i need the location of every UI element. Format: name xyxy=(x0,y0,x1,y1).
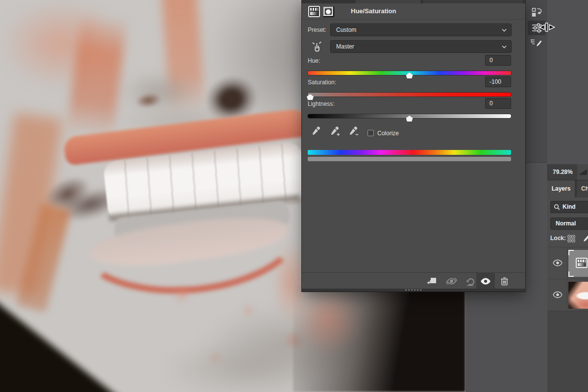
search-icon xyxy=(554,204,561,211)
brush-settings-icon[interactable] xyxy=(531,37,542,49)
saturation-value-field[interactable]: -100 xyxy=(485,76,511,87)
reset-icon[interactable] xyxy=(463,273,478,289)
photo-neck-speckles xyxy=(293,286,362,354)
status-info-area xyxy=(577,164,588,180)
lock-pixels-brush-icon[interactable] xyxy=(580,234,588,244)
delete-trash-icon[interactable] xyxy=(497,273,512,289)
preset-dropdown[interactable]: Custom xyxy=(330,24,512,36)
view-previous-state-icon[interactable] xyxy=(444,273,459,289)
hue-label: Hue: xyxy=(308,57,320,64)
adjustment-controls-icon-gradient xyxy=(310,12,318,15)
masks-icon-circle xyxy=(326,9,331,14)
saturation-slider-track[interactable] xyxy=(308,93,511,97)
adjustments-icon[interactable] xyxy=(528,21,546,35)
properties-panel: Hue/Saturation Preset: Custom Master xyxy=(302,0,525,292)
photoshop-workspace: Hue/Saturation Preset: Custom Master xyxy=(0,0,588,392)
saturation-label: Saturation: xyxy=(308,79,336,86)
clip-to-layer-icon[interactable] xyxy=(424,273,439,289)
photo-layer-thumbnail[interactable] xyxy=(568,282,588,309)
hue-value-field[interactable]: 0 xyxy=(485,55,511,66)
lightness-slider-thumb[interactable] xyxy=(406,116,413,122)
hue-slider-track[interactable] xyxy=(308,71,511,75)
channel-dropdown[interactable]: Master xyxy=(330,40,512,53)
chevron-down-icon xyxy=(502,28,507,32)
eyedropper-plus-icon[interactable] xyxy=(329,125,341,138)
zoom-level-field[interactable]: 79.28% xyxy=(553,164,573,180)
tab-layers[interactable]: Layers xyxy=(547,180,575,197)
swatch-circle-icon[interactable] xyxy=(532,0,541,6)
adjustment-layer-thumbnail[interactable] xyxy=(568,250,588,277)
history-icon[interactable] xyxy=(531,6,542,18)
lightness-label: Lightness: xyxy=(308,100,335,107)
colorize-checkbox[interactable] xyxy=(368,130,374,136)
preset-value: Custom xyxy=(336,26,356,33)
colorize-label: Colorize xyxy=(377,127,399,140)
lock-label: Lock: xyxy=(550,235,566,242)
layer-filter-value: Kind xyxy=(563,201,576,213)
grip-dots xyxy=(405,289,422,291)
layers-empty-area xyxy=(547,311,588,392)
panel-toolbar xyxy=(302,272,525,289)
eyedropper-minus-icon[interactable] xyxy=(347,125,359,138)
layer-visibility-eye-icon[interactable] xyxy=(551,259,564,268)
layer-visibility-eye-icon[interactable] xyxy=(551,291,564,300)
layer-row-photo[interactable] xyxy=(547,279,588,311)
lock-transparency-icon[interactable] xyxy=(567,235,575,243)
panel-tab-strip xyxy=(302,0,525,3)
layer-row-adjustment[interactable] xyxy=(547,247,588,279)
panel-header: Hue/Saturation xyxy=(302,3,525,20)
hue-slider-thumb[interactable] xyxy=(406,73,413,78)
preset-label: Preset: xyxy=(308,26,326,33)
layer-filter-field[interactable]: Kind xyxy=(550,201,588,213)
targeted-adjustment-tool-icon[interactable] xyxy=(310,40,324,53)
saturation-slider-thumb[interactable] xyxy=(307,94,314,100)
hue-saturation-layer-icon xyxy=(576,258,588,268)
channel-value: Master xyxy=(336,43,354,50)
hue-spectrum-after-bar xyxy=(308,157,511,161)
column-divider xyxy=(567,247,567,279)
hue-saturation-layer-icon-bars xyxy=(578,260,586,262)
selection-bracket xyxy=(568,271,574,277)
layers-panel: 79.28% Layers Ch Kind Normal Lock: xyxy=(547,164,588,392)
visibility-eye-icon[interactable] xyxy=(476,273,495,289)
adjustment-controls-icon-bars xyxy=(310,8,318,11)
adjustment-controls-icon[interactable] xyxy=(308,6,320,17)
masks-icon[interactable] xyxy=(322,6,334,17)
chevron-down-icon xyxy=(502,45,507,49)
layers-tab-bar: Layers Ch xyxy=(547,180,588,197)
lightness-slider-track[interactable] xyxy=(308,114,511,118)
panel-resize-grip[interactable] xyxy=(302,289,525,292)
hue-spectrum-before-bar xyxy=(308,150,511,155)
panel-dock-strip xyxy=(525,0,547,163)
tab-channels[interactable]: Ch xyxy=(577,180,588,197)
blend-mode-dropdown[interactable]: Normal xyxy=(550,218,588,230)
lock-row: Lock: xyxy=(547,233,588,246)
document-status-bar: 79.28% xyxy=(547,164,588,180)
column-divider xyxy=(567,279,567,311)
layers-panel-body: Kind Normal Lock: xyxy=(547,197,588,392)
selection-bracket xyxy=(568,250,574,255)
lightness-value-field[interactable]: 0 xyxy=(485,98,511,109)
panel-title: Hue/Saturation xyxy=(351,3,396,19)
blend-mode-value: Normal xyxy=(556,218,576,229)
status-wedge-icon xyxy=(579,169,587,175)
hue-saturation-layer-icon-gradient xyxy=(578,263,586,266)
eyedropper-icon[interactable] xyxy=(310,125,322,138)
